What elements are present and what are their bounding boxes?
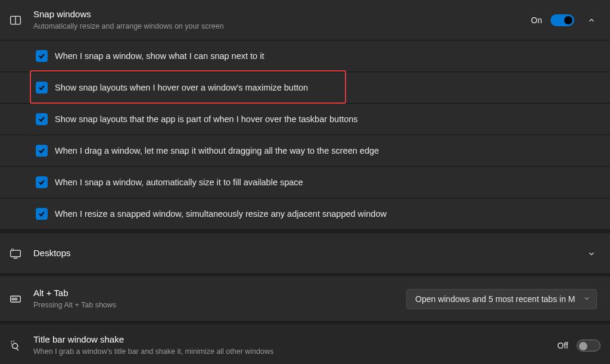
alt-tab-icon <box>10 293 33 305</box>
snap-option-3-checkbox[interactable] <box>36 145 48 157</box>
svg-rect-9 <box>15 298 17 300</box>
title-bar-shake-subtitle: When I grab a window's title bar and sha… <box>33 347 558 357</box>
snap-option-1[interactable]: Show snap layouts when I hover over a wi… <box>0 72 610 104</box>
alt-tab-select[interactable]: Open windows and 5 most recent tabs in M <box>406 289 597 309</box>
snap-option-5[interactable]: When I resize a snapped window, simultan… <box>0 198 610 230</box>
snap-option-0[interactable]: When I snap a window, show what I can sn… <box>0 41 610 72</box>
title-bar-shake-toggle-label: Off <box>558 341 568 350</box>
snap-windows-header[interactable]: Snap windows Automatically resize and ar… <box>0 0 610 41</box>
svg-rect-8 <box>12 298 14 300</box>
snap-option-2-checkbox[interactable] <box>36 113 48 125</box>
snap-windows-title: Snap windows <box>33 8 531 20</box>
snap-option-2[interactable]: Show snap layouts that the app is part o… <box>0 104 610 135</box>
svg-line-10 <box>17 349 18 350</box>
snap-option-5-checkbox[interactable] <box>36 208 48 220</box>
snap-option-5-label: When I resize a snapped window, simultan… <box>55 209 387 219</box>
snap-option-1-label: Show snap layouts when I hover over a wi… <box>55 83 308 92</box>
snap-windows-toggle[interactable] <box>550 14 574 26</box>
snap-windows-collapse-chevron-up-icon[interactable] <box>583 11 600 29</box>
alt-tab-title: Alt + Tab <box>33 287 406 299</box>
svg-rect-2 <box>11 250 21 257</box>
desktops-expand-chevron-down-icon[interactable] <box>583 245 600 263</box>
snap-windows-icon <box>10 14 33 26</box>
alt-tab-row[interactable]: Alt + Tab Pressing Alt + Tab shows Open … <box>0 276 610 322</box>
desktops-row[interactable]: Desktops <box>0 234 610 274</box>
alt-tab-select-value: Open windows and 5 most recent tabs in M <box>415 294 575 304</box>
snap-option-2-label: Show snap layouts that the app is part o… <box>55 114 358 124</box>
title-bar-shake-title: Title bar window shake <box>33 334 558 346</box>
title-bar-shake-row[interactable]: Title bar window shake When I grab a win… <box>0 324 610 364</box>
snap-option-0-label: When I snap a window, show what I can sn… <box>55 51 264 61</box>
title-bar-shake-icon <box>10 340 33 351</box>
snap-option-4-checkbox[interactable] <box>36 176 48 188</box>
snap-option-0-checkbox[interactable] <box>36 50 48 62</box>
snap-option-1-checkbox[interactable] <box>36 82 48 94</box>
snap-windows-subtitle: Automatically resize and arrange windows… <box>33 21 531 32</box>
desktops-icon <box>10 248 33 260</box>
snap-option-3[interactable]: When I drag a window, let me snap it wit… <box>0 135 610 167</box>
snap-option-4-label: When I snap a window, automatically size… <box>55 178 303 187</box>
snap-windows-toggle-label: On <box>531 15 542 25</box>
title-bar-shake-toggle[interactable] <box>577 340 600 351</box>
snap-option-4[interactable]: When I snap a window, automatically size… <box>0 167 610 198</box>
desktops-title: Desktops <box>33 247 583 259</box>
alt-tab-select-chevron-down-icon <box>583 294 590 304</box>
snap-option-3-label: When I drag a window, let me snap it wit… <box>55 146 379 155</box>
alt-tab-subtitle: Pressing Alt + Tab shows <box>33 300 406 310</box>
